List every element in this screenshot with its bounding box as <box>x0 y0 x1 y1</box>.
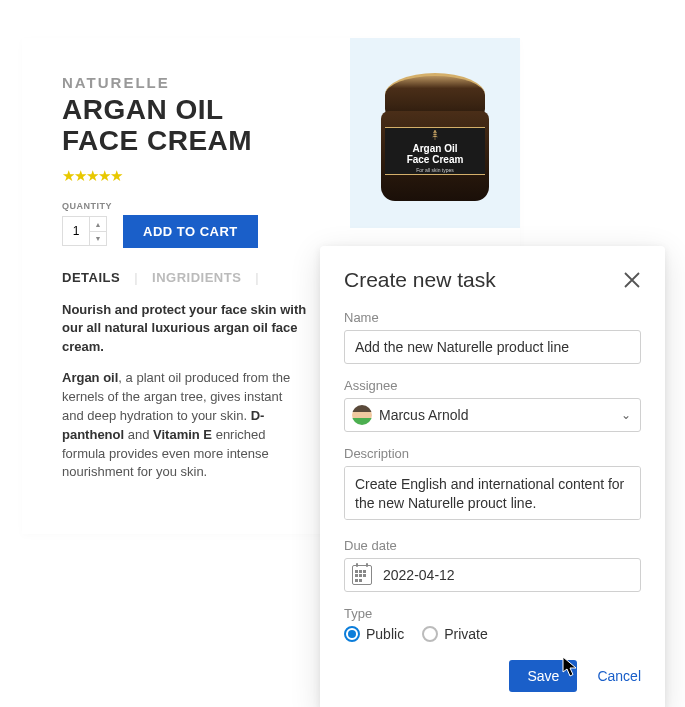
radio-public-label: Public <box>366 626 404 642</box>
jar-label-line2: Face Cream <box>407 154 464 165</box>
create-task-modal: Create new task Name Assignee Marcus Arn… <box>320 246 665 707</box>
description-input[interactable] <box>344 466 641 520</box>
jar-label-line3: For all skin types <box>416 167 454 173</box>
desc-argan: Argan oil <box>62 370 118 385</box>
cancel-button[interactable]: Cancel <box>597 668 641 684</box>
radio-private[interactable]: Private <box>422 626 488 642</box>
close-icon[interactable] <box>623 271 641 289</box>
quantity-stepper[interactable]: ▲ ▼ <box>62 216 107 246</box>
calendar-icon[interactable] <box>352 565 372 585</box>
name-input[interactable] <box>344 330 641 364</box>
name-label: Name <box>344 310 641 325</box>
jar-label-line1: Argan Oil <box>412 143 457 154</box>
assignee-label: Assignee <box>344 378 641 393</box>
tab-separator: | <box>255 270 259 285</box>
leaf-icon <box>429 129 441 141</box>
tab-details[interactable]: DETAILS <box>62 270 120 285</box>
product-jar-illustration: Argan Oil Face Cream For all skin types <box>375 63 495 203</box>
type-label: Type <box>344 606 641 621</box>
save-button[interactable]: Save <box>509 660 577 692</box>
quantity-down[interactable]: ▼ <box>90 231 106 245</box>
desc-lead: Nourish and protect your face skin with … <box>62 302 306 355</box>
assignee-select[interactable]: Marcus Arnold <box>344 398 641 432</box>
add-to-cart-button[interactable]: ADD TO CART <box>123 215 258 248</box>
duedate-input[interactable] <box>344 558 641 592</box>
radio-public[interactable]: Public <box>344 626 404 642</box>
product-description: Nourish and protect your face skin with … <box>62 301 307 483</box>
quantity-input[interactable] <box>63 217 89 245</box>
radio-icon <box>344 626 360 642</box>
desc-vite: Vitamin E <box>153 427 212 442</box>
tab-ingredients[interactable]: INGRIDIENTS <box>152 270 241 285</box>
quantity-up[interactable]: ▲ <box>90 217 106 231</box>
description-label: Description <box>344 446 641 461</box>
modal-title: Create new task <box>344 268 496 292</box>
radio-private-label: Private <box>444 626 488 642</box>
radio-icon <box>422 626 438 642</box>
duedate-label: Due date <box>344 538 641 553</box>
desc-and: and <box>124 427 153 442</box>
product-image: Argan Oil Face Cream For all skin types <box>350 38 520 228</box>
tab-separator: | <box>134 270 138 285</box>
assignee-avatar <box>352 405 372 425</box>
chevron-down-icon: ⌄ <box>621 408 631 422</box>
